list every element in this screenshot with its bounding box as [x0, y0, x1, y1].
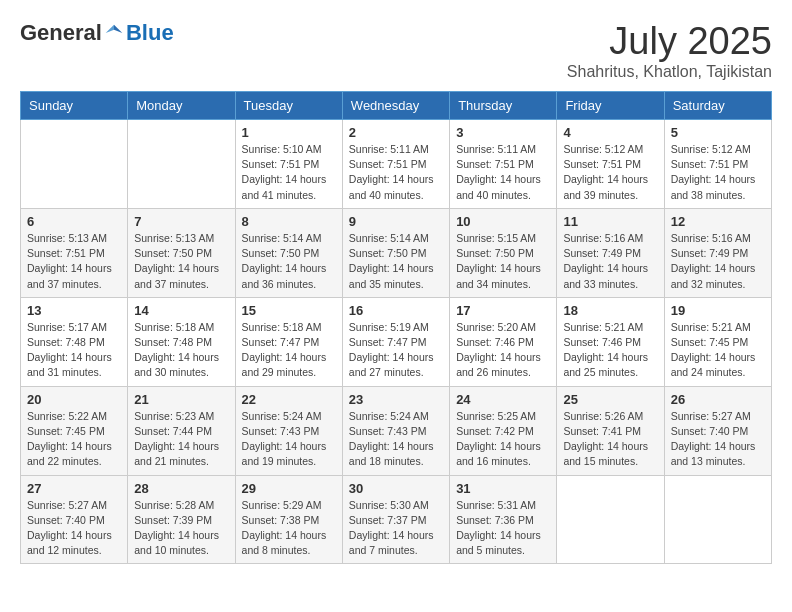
day-info: Sunrise: 5:29 AMSunset: 7:38 PMDaylight:… [242, 498, 336, 559]
weekday-header-wednesday: Wednesday [342, 92, 449, 120]
day-info: Sunrise: 5:17 AMSunset: 7:48 PMDaylight:… [27, 320, 121, 381]
title-block: July 2025 Shahritus, Khatlon, Tajikistan [567, 20, 772, 81]
calendar-cell: 11Sunrise: 5:16 AMSunset: 7:49 PMDayligh… [557, 208, 664, 297]
day-number: 17 [456, 303, 550, 318]
calendar-cell [128, 120, 235, 209]
day-number: 18 [563, 303, 657, 318]
day-number: 24 [456, 392, 550, 407]
day-info: Sunrise: 5:13 AMSunset: 7:50 PMDaylight:… [134, 231, 228, 292]
calendar-cell: 14Sunrise: 5:18 AMSunset: 7:48 PMDayligh… [128, 297, 235, 386]
day-number: 25 [563, 392, 657, 407]
day-info: Sunrise: 5:25 AMSunset: 7:42 PMDaylight:… [456, 409, 550, 470]
day-info: Sunrise: 5:19 AMSunset: 7:47 PMDaylight:… [349, 320, 443, 381]
weekday-header-sunday: Sunday [21, 92, 128, 120]
month-title: July 2025 [567, 20, 772, 63]
day-number: 23 [349, 392, 443, 407]
calendar-cell: 1Sunrise: 5:10 AMSunset: 7:51 PMDaylight… [235, 120, 342, 209]
day-info: Sunrise: 5:21 AMSunset: 7:45 PMDaylight:… [671, 320, 765, 381]
weekday-header-thursday: Thursday [450, 92, 557, 120]
week-row-2: 13Sunrise: 5:17 AMSunset: 7:48 PMDayligh… [21, 297, 772, 386]
calendar-cell: 18Sunrise: 5:21 AMSunset: 7:46 PMDayligh… [557, 297, 664, 386]
calendar-cell [557, 475, 664, 564]
calendar-cell: 19Sunrise: 5:21 AMSunset: 7:45 PMDayligh… [664, 297, 771, 386]
day-number: 20 [27, 392, 121, 407]
logo-general: General [20, 20, 102, 46]
day-info: Sunrise: 5:15 AMSunset: 7:50 PMDaylight:… [456, 231, 550, 292]
day-number: 3 [456, 125, 550, 140]
calendar-cell: 16Sunrise: 5:19 AMSunset: 7:47 PMDayligh… [342, 297, 449, 386]
day-info: Sunrise: 5:11 AMSunset: 7:51 PMDaylight:… [456, 142, 550, 203]
calendar-cell: 22Sunrise: 5:24 AMSunset: 7:43 PMDayligh… [235, 386, 342, 475]
calendar-cell [664, 475, 771, 564]
day-number: 12 [671, 214, 765, 229]
day-info: Sunrise: 5:22 AMSunset: 7:45 PMDaylight:… [27, 409, 121, 470]
day-info: Sunrise: 5:18 AMSunset: 7:47 PMDaylight:… [242, 320, 336, 381]
calendar-cell: 9Sunrise: 5:14 AMSunset: 7:50 PMDaylight… [342, 208, 449, 297]
day-number: 27 [27, 481, 121, 496]
day-number: 11 [563, 214, 657, 229]
day-info: Sunrise: 5:24 AMSunset: 7:43 PMDaylight:… [349, 409, 443, 470]
calendar-cell: 30Sunrise: 5:30 AMSunset: 7:37 PMDayligh… [342, 475, 449, 564]
day-number: 1 [242, 125, 336, 140]
calendar-cell: 31Sunrise: 5:31 AMSunset: 7:36 PMDayligh… [450, 475, 557, 564]
week-row-1: 6Sunrise: 5:13 AMSunset: 7:51 PMDaylight… [21, 208, 772, 297]
calendar-cell: 13Sunrise: 5:17 AMSunset: 7:48 PMDayligh… [21, 297, 128, 386]
day-number: 13 [27, 303, 121, 318]
day-number: 8 [242, 214, 336, 229]
day-info: Sunrise: 5:26 AMSunset: 7:41 PMDaylight:… [563, 409, 657, 470]
calendar-cell: 24Sunrise: 5:25 AMSunset: 7:42 PMDayligh… [450, 386, 557, 475]
day-info: Sunrise: 5:24 AMSunset: 7:43 PMDaylight:… [242, 409, 336, 470]
calendar-cell [21, 120, 128, 209]
day-info: Sunrise: 5:23 AMSunset: 7:44 PMDaylight:… [134, 409, 228, 470]
week-row-0: 1Sunrise: 5:10 AMSunset: 7:51 PMDaylight… [21, 120, 772, 209]
day-info: Sunrise: 5:14 AMSunset: 7:50 PMDaylight:… [242, 231, 336, 292]
calendar-cell: 20Sunrise: 5:22 AMSunset: 7:45 PMDayligh… [21, 386, 128, 475]
week-row-4: 27Sunrise: 5:27 AMSunset: 7:40 PMDayligh… [21, 475, 772, 564]
calendar-cell: 25Sunrise: 5:26 AMSunset: 7:41 PMDayligh… [557, 386, 664, 475]
day-info: Sunrise: 5:11 AMSunset: 7:51 PMDaylight:… [349, 142, 443, 203]
logo-blue: Blue [126, 20, 174, 46]
day-number: 5 [671, 125, 765, 140]
day-info: Sunrise: 5:10 AMSunset: 7:51 PMDaylight:… [242, 142, 336, 203]
day-number: 26 [671, 392, 765, 407]
calendar-cell: 8Sunrise: 5:14 AMSunset: 7:50 PMDaylight… [235, 208, 342, 297]
calendar-cell: 6Sunrise: 5:13 AMSunset: 7:51 PMDaylight… [21, 208, 128, 297]
day-number: 6 [27, 214, 121, 229]
logo-icon [104, 23, 124, 43]
calendar-cell: 3Sunrise: 5:11 AMSunset: 7:51 PMDaylight… [450, 120, 557, 209]
day-number: 2 [349, 125, 443, 140]
weekday-header-saturday: Saturday [664, 92, 771, 120]
calendar-cell: 5Sunrise: 5:12 AMSunset: 7:51 PMDaylight… [664, 120, 771, 209]
week-row-3: 20Sunrise: 5:22 AMSunset: 7:45 PMDayligh… [21, 386, 772, 475]
day-info: Sunrise: 5:21 AMSunset: 7:46 PMDaylight:… [563, 320, 657, 381]
location: Shahritus, Khatlon, Tajikistan [567, 63, 772, 81]
weekday-header-row: SundayMondayTuesdayWednesdayThursdayFrid… [21, 92, 772, 120]
day-info: Sunrise: 5:12 AMSunset: 7:51 PMDaylight:… [563, 142, 657, 203]
weekday-header-monday: Monday [128, 92, 235, 120]
day-info: Sunrise: 5:18 AMSunset: 7:48 PMDaylight:… [134, 320, 228, 381]
weekday-header-friday: Friday [557, 92, 664, 120]
day-number: 19 [671, 303, 765, 318]
day-number: 22 [242, 392, 336, 407]
calendar-cell: 26Sunrise: 5:27 AMSunset: 7:40 PMDayligh… [664, 386, 771, 475]
weekday-header-tuesday: Tuesday [235, 92, 342, 120]
day-number: 29 [242, 481, 336, 496]
day-info: Sunrise: 5:16 AMSunset: 7:49 PMDaylight:… [563, 231, 657, 292]
day-info: Sunrise: 5:20 AMSunset: 7:46 PMDaylight:… [456, 320, 550, 381]
logo: General Blue [20, 20, 174, 46]
day-info: Sunrise: 5:27 AMSunset: 7:40 PMDaylight:… [671, 409, 765, 470]
calendar-cell: 15Sunrise: 5:18 AMSunset: 7:47 PMDayligh… [235, 297, 342, 386]
calendar-cell: 17Sunrise: 5:20 AMSunset: 7:46 PMDayligh… [450, 297, 557, 386]
calendar-cell: 4Sunrise: 5:12 AMSunset: 7:51 PMDaylight… [557, 120, 664, 209]
day-info: Sunrise: 5:16 AMSunset: 7:49 PMDaylight:… [671, 231, 765, 292]
day-number: 14 [134, 303, 228, 318]
day-number: 4 [563, 125, 657, 140]
calendar-cell: 2Sunrise: 5:11 AMSunset: 7:51 PMDaylight… [342, 120, 449, 209]
page-header: General Blue July 2025 Shahritus, Khatlo… [20, 20, 772, 81]
calendar-cell: 23Sunrise: 5:24 AMSunset: 7:43 PMDayligh… [342, 386, 449, 475]
day-number: 9 [349, 214, 443, 229]
calendar-cell: 7Sunrise: 5:13 AMSunset: 7:50 PMDaylight… [128, 208, 235, 297]
day-info: Sunrise: 5:30 AMSunset: 7:37 PMDaylight:… [349, 498, 443, 559]
calendar-cell: 12Sunrise: 5:16 AMSunset: 7:49 PMDayligh… [664, 208, 771, 297]
day-info: Sunrise: 5:12 AMSunset: 7:51 PMDaylight:… [671, 142, 765, 203]
